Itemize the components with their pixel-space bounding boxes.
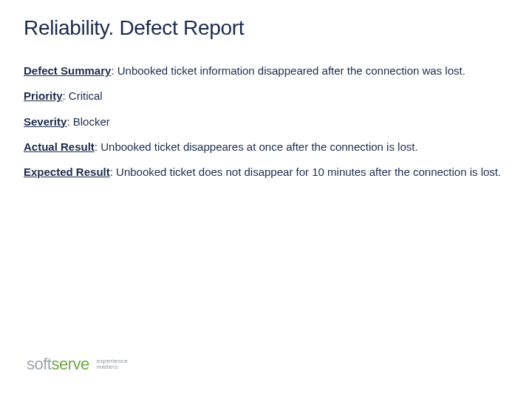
page-title: Reliability. Defect Report — [24, 16, 508, 40]
label-colon: : — [95, 140, 100, 153]
severity-label: Severity — [24, 115, 66, 128]
tagline-line2: matters — [97, 364, 128, 370]
expected-result-label: Expected Result — [24, 166, 110, 178]
defect-summary-field: Defect Summary: Unbooked ticket informat… — [24, 64, 508, 78]
actual-result-value: Unbooked ticket disappeares at once afte… — [100, 140, 417, 153]
severity-field: Severity: Blocker — [24, 115, 508, 129]
label-colon: : — [110, 166, 116, 178]
logo: softserve experience matters — [27, 355, 128, 374]
logo-text: softserve — [27, 355, 89, 374]
label-colon: : — [66, 115, 72, 128]
logo-tagline: experience matters — [97, 358, 128, 371]
expected-result-field: Expected Result: Unbooked ticket does no… — [24, 165, 508, 180]
priority-label: Priority — [24, 89, 63, 102]
priority-field: Priority: Critical — [24, 89, 508, 103]
defect-summary-value: Unbooked ticket information disappeared … — [117, 64, 466, 77]
logo-part-soft: soft — [27, 355, 51, 373]
logo-part-serve: serve — [51, 355, 89, 373]
label-colon: : — [111, 64, 117, 77]
expected-result-value: Unbooked ticket does not disappear for 1… — [116, 166, 501, 178]
label-colon: : — [63, 89, 69, 102]
severity-value: Blocker — [73, 115, 110, 128]
actual-result-label: Actual Result — [24, 140, 95, 153]
actual-result-field: Actual Result: Unbooked ticket disappear… — [24, 140, 508, 154]
defect-summary-label: Defect Summary — [24, 64, 111, 77]
priority-value: Critical — [69, 89, 103, 102]
